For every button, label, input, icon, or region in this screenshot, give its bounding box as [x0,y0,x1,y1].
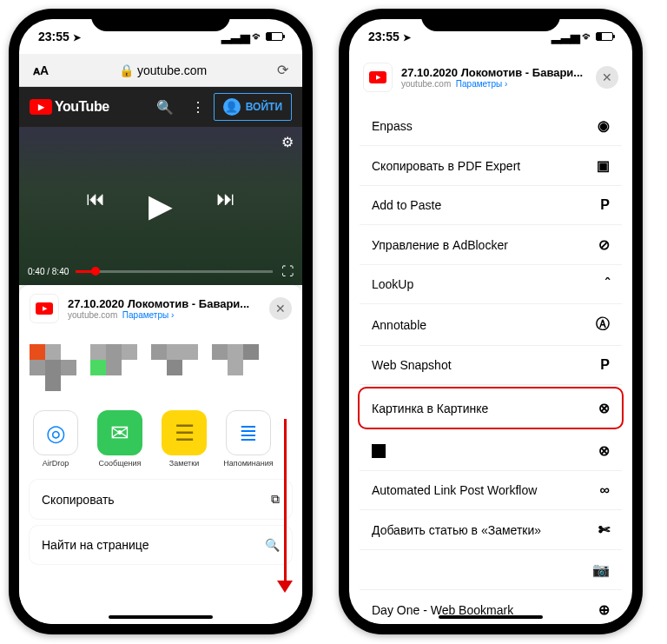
extension-icon: Ⓐ [596,315,610,334]
share-extension-item[interactable]: Картинка в Картинке⊗ [358,387,624,429]
extension-icon: ∞ [600,482,610,498]
phone-left: 23:55 ➤ ▂▃▅ ᯤ ᴀA 🔒 youtube.com ⟳ ▶ YouTu… [9,9,313,634]
share-subtitle: youtube.com Параметры › [401,79,587,89]
extension-icon: ⊘ [598,236,610,253]
share-apps-row: ◎AirDrop✉︎Сообщения☰Заметки≣Напоминания [19,405,302,473]
extension-icon: 📷 [592,561,610,578]
screen-right: 23:55 ➤ ▂▃▅ ᯤ ▶ 27.10.2020 Локомотив - Б… [349,19,632,624]
share-title-block: 27.10.2020 Локомотив - Бавари... youtube… [68,297,261,320]
share-extension-item[interactable]: Добавить статью в «Заметки»✄ [360,510,622,550]
search-icon[interactable]: 🔍 [148,99,182,116]
share-extensions-list: Enpass◉Скопировать в PDF Expert▣Add to P… [349,101,632,624]
lock-icon: 🔒 [119,63,134,77]
share-extension-item[interactable]: Скопировать в PDF Expert▣ [360,146,622,186]
share-extension-item[interactable]: Web SnapshotP [360,346,622,385]
battery-icon [596,32,613,41]
pixelated-contacts-row [19,332,302,405]
share-action[interactable]: Скопировать⧉ [30,480,292,519]
video-player[interactable]: ⚙ ⏮ ▶ ⏭ 0:40 / 8:40 ⛶ [19,127,302,285]
wifi-icon: ᯤ [252,30,264,43]
share-actions-list: Скопировать⧉Найти на странице🔍 [19,473,302,578]
time-current: 0:40 / 8:40 [28,267,69,276]
extension-icon: ▣ [597,157,610,174]
video-controls: ⏮ ▶ ⏭ [86,188,235,224]
share-extension-item[interactable]: Add to PasteP [360,186,622,225]
share-title: 27.10.2020 Локомотив - Бавари... [68,297,261,310]
gear-icon[interactable]: ⚙ [281,134,294,150]
pixelated-label [372,444,386,458]
share-extension-item[interactable]: AnnotableⒶ [360,304,622,346]
signal-icon: ▂▃▅ [221,30,250,43]
share-action[interactable]: Найти на странице🔍 [30,526,292,564]
share-extension-item[interactable]: 📷 [360,550,622,590]
signal-icon: ▂▃▅ [551,30,580,43]
pixelated-avatar [212,337,264,389]
refresh-icon[interactable]: ⟳ [272,62,294,78]
url-text: youtube.com [137,63,207,77]
share-extension-item[interactable]: Enpass◉ [360,106,622,146]
share-extension-item[interactable]: Day One - Web Bookmark⊕ [360,590,622,624]
share-extension-item[interactable]: Управление в AdBlocker⊘ [360,225,622,265]
notch [91,9,230,31]
share-options-link[interactable]: Параметры › [456,79,507,89]
share-extension-item[interactable]: Automated Link Post Workflow∞ [360,471,622,510]
extension-icon: ✄ [598,521,610,538]
share-source-icon: ▶ [30,294,59,323]
reader-aa-button[interactable]: ᴀA [28,63,54,77]
share-extension-item[interactable]: LookUpˆ [360,265,622,304]
extension-icon: ˆ [605,276,610,292]
annotation-arrow [284,419,287,584]
share-title: 27.10.2020 Локомотив - Бавари... [401,66,587,79]
annotation-arrow-head [277,581,293,593]
more-icon[interactable]: ⋮ [182,99,214,116]
phone-right: 23:55 ➤ ▂▃▅ ᯤ ▶ 27.10.2020 Локомотив - Б… [339,9,643,634]
extension-icon: P [600,197,610,213]
share-extension-item[interactable]: ⊗ [360,431,622,471]
status-right: ▂▃▅ ᯤ [551,30,613,43]
home-indicator[interactable] [109,615,213,619]
notch [421,9,560,31]
status-time: 23:55 ➤ [38,30,81,43]
pixelated-avatar [30,337,82,389]
screen-left: 23:55 ➤ ▂▃▅ ᯤ ᴀA 🔒 youtube.com ⟳ ▶ YouTu… [19,19,302,624]
battery-icon [266,32,283,41]
pixelated-avatar [151,337,203,389]
extension-icon: P [600,357,610,373]
safari-address-bar[interactable]: ᴀA 🔒 youtube.com ⟳ [19,54,302,87]
share-app[interactable]: ◎AirDrop [30,410,82,468]
close-button[interactable]: ✕ [269,297,292,320]
share-header: ▶ 27.10.2020 Локомотив - Бавари... youtu… [19,285,302,332]
youtube-header: ▶ YouTube 🔍 ⋮ 👤 ВОЙТИ [19,87,302,127]
share-app[interactable]: ≣Напоминания [222,410,274,468]
share-app[interactable]: ✉︎Сообщения [94,410,146,468]
url-display[interactable]: 🔒 youtube.com [54,63,272,77]
pixelated-avatar [90,337,142,389]
extension-icon: ⊗ [598,442,610,459]
share-title-block: 27.10.2020 Локомотив - Бавари... youtube… [401,66,587,89]
extension-icon: ⊗ [598,400,610,416]
video-timeline: 0:40 / 8:40 ⛶ [28,264,294,278]
fullscreen-icon[interactable]: ⛶ [281,264,294,278]
share-app[interactable]: ☰Заметки [158,410,210,468]
play-icon[interactable]: ▶ [149,188,173,224]
share-header: ▶ 27.10.2020 Локомотив - Бавари... youtu… [349,54,632,101]
youtube-logo-icon: ▶ [30,99,52,115]
signin-button[interactable]: 👤 ВОЙТИ [214,93,292,121]
avatar-icon: 👤 [223,98,241,116]
extension-icon: ⊕ [598,601,610,618]
close-button[interactable]: ✕ [596,66,618,89]
share-options-link[interactable]: Параметры › [122,310,174,320]
extension-icon: ◉ [598,117,610,134]
wifi-icon: ᯤ [582,30,594,43]
share-subtitle: youtube.com Параметры › [68,310,261,320]
share-sheet: ▶ 27.10.2020 Локомотив - Бавари... youtu… [19,285,302,624]
share-source-icon: ▶ [363,63,393,92]
seek-bar[interactable] [76,270,273,273]
status-right: ▂▃▅ ᯤ [221,30,283,43]
next-icon[interactable]: ⏭ [216,188,235,224]
status-time: 23:55 ➤ [368,30,411,43]
youtube-logo[interactable]: ▶ YouTube [30,99,109,115]
home-indicator[interactable] [439,615,543,619]
prev-icon[interactable]: ⏮ [86,188,105,224]
